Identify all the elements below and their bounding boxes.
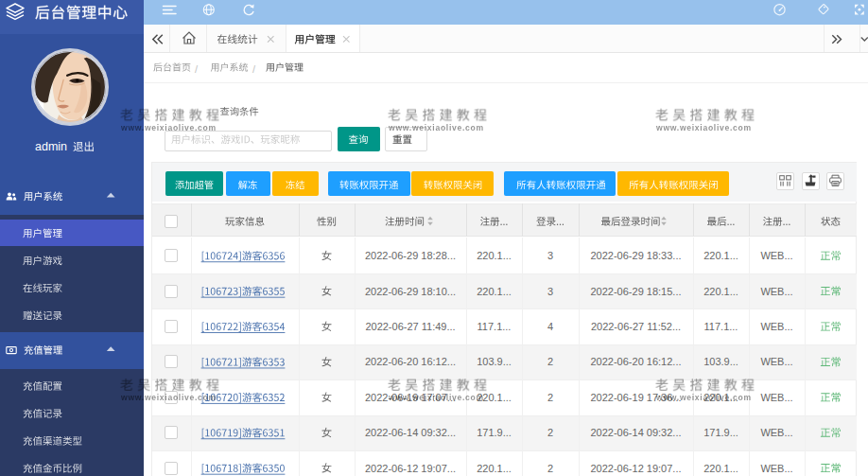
svg-text:www.weixiaolive.com: www.weixiaolive.com xyxy=(655,123,752,132)
svg-text:www.weixiaolive.com: www.weixiaolive.com xyxy=(388,393,484,402)
svg-text:www.weixiaolive.com: www.weixiaolive.com xyxy=(120,123,217,132)
svg-text:www.weixiaolive.com: www.weixiaolive.com xyxy=(388,123,484,132)
svg-text:www.weixiaolive.com: www.weixiaolive.com xyxy=(120,393,217,402)
svg-text:www.weixiaolive.com: www.weixiaolive.com xyxy=(655,393,752,402)
